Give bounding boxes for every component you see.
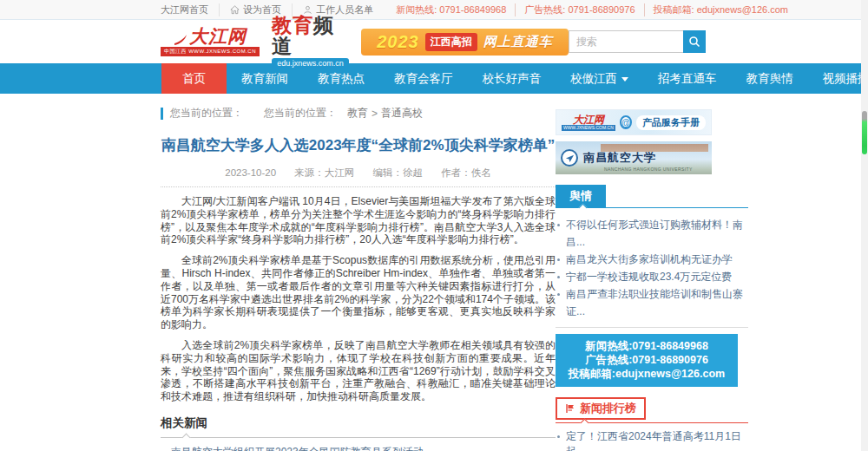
page: 大江网首页 设为首页 工作人员名单 新闻热线: 0791-86849968 广告… [0,0,868,451]
breadcrumb-label-2: 您当前的位置： [264,106,337,121]
tab-news-ranking[interactable]: 新闻排行榜 [556,397,646,420]
sidebar: 大江网 WWW.JXNEWS.COM.CN @ 产品服务手册 南昌航空大学 NA… [556,94,761,451]
ad-hotline: 广告热线: 0791-86890976 [516,3,644,16]
nav-item-edu-news-label: 教育新闻 [241,71,288,87]
nav-item-edu-opinion[interactable]: 教育舆情 [732,63,808,94]
logo-swoosh-icon [174,34,187,46]
tab-news-ranking-label: 新闻排行榜 [580,401,636,416]
breadcrumb-bar [161,108,163,120]
university-name-latin: NANCHANG HANGKONG UNIVERSITY [604,167,693,172]
banner-site-logo: 大江网 WWW.JXNEWS.COM.CN [562,114,615,131]
bullet-icon [557,224,560,226]
article-date: 2023-10-20 [225,167,276,178]
bullet-icon [557,293,560,296]
news-ranking-tab-row: 新闻排行榜 [556,397,748,420]
site-logo[interactable]: 大江网 中国江西 WWW.JXNEWS.COM.CN [161,27,260,56]
nav-item-proud-jiangxi-label: 校傲江西 [570,71,617,87]
nav-item-admissions-label: 招考直通车 [658,71,717,87]
scrollbar-thumb[interactable] [862,111,867,154]
list-item[interactable]: 南昌龙兴大街多家培训机构无证办学 [556,251,748,268]
related-news-divider [161,437,556,438]
breadcrumb: 您当前的位置： 您当前的位置： 教育 > 普通高校 [161,106,556,121]
topbar-contacts: 新闻热线: 0791-86849968 广告热线: 0791-86890976 … [387,3,788,16]
university-name: 南昌航空大学 [583,150,656,166]
public-opinion-section: 舆情 不得以任何形式强迫订购教辅材料！南昌... 南昌龙兴大街多家培训机构无证办… [556,185,748,320]
news-hotline: 新闻热线: 0791-86849968 [387,3,516,16]
public-opinion-list: 不得以任何形式强迫订购教辅材料！南昌... 南昌龙兴大街多家培训机构无证办学 宁… [556,208,748,320]
channel-logo[interactable]: 教育频道 edu.jxnews.com.cn [272,15,349,69]
article-editor: 编辑：徐超 [373,167,424,178]
news-ranking-list: 定了！江西省2024年普通高考11月1日起... 江西将于2024年正式启动新高… [556,423,748,451]
related-news-title: 相关新闻 [161,415,556,431]
bullet-icon [557,276,560,278]
breadcrumb-label: 您当前的位置： [170,106,243,121]
bullet-icon [557,435,560,438]
search-icon [688,36,700,48]
public-opinion-tab-row: 舆情 [556,185,748,207]
scrollbar-track[interactable] [861,0,868,451]
ranking-icon [565,403,575,414]
chevron-down-icon [621,77,628,82]
breadcrumb-link-universities[interactable]: 普通高校 [381,106,423,121]
nav-item-edu-opinion-label: 教育舆情 [746,71,793,87]
related-news-section: 相关新闻 南昌航空大学组织开展2023年全民国防教育月系列活动 南昌航空大学举行… [161,415,556,451]
banner-title: 网上直通车 [483,34,553,50]
at-icon: @ [620,115,632,129]
list-item-label: 定了！江西省2024年普通高考11月1日起... [566,429,748,451]
nav-item-principal-voice-label: 校长好声音 [483,71,542,87]
topbar: 大江网首页 设为首页 工作人员名单 新闻热线: 0791-86849968 广告… [0,0,868,20]
search-input[interactable] [569,30,683,53]
site-logo-name: 大江网 [189,27,247,46]
main-nav: 首页 教育新闻 教育热点 教育会客厅 校长好声音 校傲江西 招考直通车 教育舆情… [0,63,868,94]
article-paragraph: 全球前2%顶尖科学家榜单是基于Scopus数据库的引用数据系统分析，使用总引用量… [161,254,556,331]
service-manual-banner[interactable]: 大江网 WWW.JXNEWS.COM.CN @ 产品服务手册 [556,109,712,135]
hotline-news: 新闻热线:0791-86849968 [556,339,738,353]
article-title: 南昌航空大学多人入选2023年度“全球前2%顶尖科学家榜单” [161,136,556,155]
nav-item-admissions[interactable]: 招考直通车 [643,63,732,94]
search-button[interactable] [683,30,706,53]
hotline-ad: 广告热线:0791-86890976 [556,353,738,367]
nav-item-proud-jiangxi[interactable]: 校傲江西 [556,63,643,94]
hotline-box: 新闻热线:0791-86849968 广告热线:0791-86890976 投稿… [556,334,738,387]
related-news-list: 南昌航空大学组织开展2023年全民国防教育月系列活动 南昌航空大学举行第四十三届… [161,445,556,451]
list-item[interactable]: 南昌严查非法职业技能培训和制售山寨证... [556,285,748,320]
list-item[interactable]: 宁都一学校违规收取23.4万元定位费 [556,268,748,285]
list-item-label: 南昌龙兴大街多家培训机构无证办学 [566,251,733,268]
list-item[interactable]: 定了！江西省2024年普通高考11月1日起... [556,429,748,451]
list-item-label: 南昌严查非法职业技能培训和制售山寨证... [566,285,748,320]
news-ranking-divider [556,422,748,423]
nav-item-edu-lounge[interactable]: 教育会客厅 [379,63,468,94]
university-banner[interactable]: 南昌航空大学 NANCHANG HANGKONG UNIVERSITY [556,141,712,174]
news-ranking-section: 新闻排行榜 定了！江西省2024年普通高考11月1日起... 江西将于2024年… [556,397,748,451]
list-item-label: 宁都一学校违规收取23.4万元定位费 [566,268,732,285]
site-logo-top: 大江网 [174,27,247,46]
header: 大江网 中国江西 WWW.JXNEWS.COM.CN 教育频道 edu.jxne… [0,20,868,63]
article-paragraph: 入选全球前2%顶尖科学家榜单，反映了南昌航空大学教师在相关领域具有较强的科研实力… [161,339,556,403]
article-author: 作者：佚名 [441,167,491,178]
banner-site-url: WWW.JXNEWS.COM.CN [562,125,615,131]
site-logo-strip: 中国江西 WWW.JXNEWS.COM.CN [161,47,260,56]
nav-item-home[interactable]: 首页 [161,63,227,94]
topbar-link-home-label: 大江网首页 [161,3,208,16]
related-news-item-label: 南昌航空大学组织开展2023年全民国防教育月系列活动 [171,445,424,451]
breadcrumb-link-education[interactable]: 教育 [347,106,368,121]
topbar-link-home[interactable]: 大江网首页 [161,3,220,16]
list-item[interactable]: 不得以任何形式强迫订购教辅材料！南昌... [556,216,748,251]
article-column: 您当前的位置： 您当前的位置： 教育 > 普通高校 南昌航空大学多人入选2023… [161,94,556,451]
sidebar-divider [556,327,748,328]
nav-item-edu-hot-label: 教育热点 [318,71,365,87]
home-icon [230,5,240,15]
hotline-email: 投稿邮箱:edujxnews@126.com [556,367,738,381]
channel-title-highlight: 教育 [272,14,313,36]
banner-badge: 江西高招 [425,33,477,51]
nav-item-edu-news[interactable]: 教育新闻 [227,63,303,94]
banner-year: 2023 [377,32,419,52]
related-news-item[interactable]: 南昌航空大学组织开展2023年全民国防教育月系列活动 [161,445,556,451]
gaokao-banner[interactable]: 2023 江西高招 网上直通车 [361,29,569,56]
nav-item-principal-voice[interactable]: 校长好声音 [468,63,556,94]
nav-item-video[interactable]: 视频播报 [808,63,868,94]
list-item-label: 不得以任何形式强迫订购教辅材料！南昌... [566,216,748,251]
article-meta: 2023-10-20 来源：大江网 编辑：徐超 作者：佚名 [161,167,556,180]
nav-item-edu-hot[interactable]: 教育热点 [303,63,379,94]
user-icon [303,5,312,15]
